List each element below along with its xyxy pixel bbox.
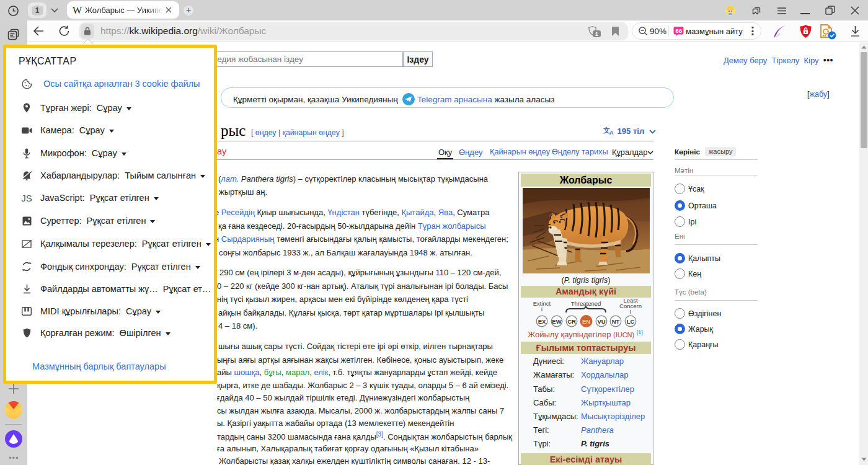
- svg-text:VU: VU: [597, 318, 605, 325]
- svg-text:CR: CR: [567, 318, 576, 325]
- svg-text:LC: LC: [627, 318, 635, 325]
- svg-text:Threatened: Threatened: [571, 300, 601, 307]
- svg-text:EN: EN: [582, 318, 590, 325]
- svg-text:EW: EW: [552, 318, 561, 325]
- svg-text:1: 1: [595, 30, 599, 37]
- svg-text:NT: NT: [612, 318, 620, 325]
- svg-text:A: A: [609, 130, 614, 135]
- svg-text:Concern: Concern: [619, 303, 642, 309]
- svg-text:Extinct: Extinct: [533, 300, 551, 307]
- svg-text:EX: EX: [538, 318, 546, 325]
